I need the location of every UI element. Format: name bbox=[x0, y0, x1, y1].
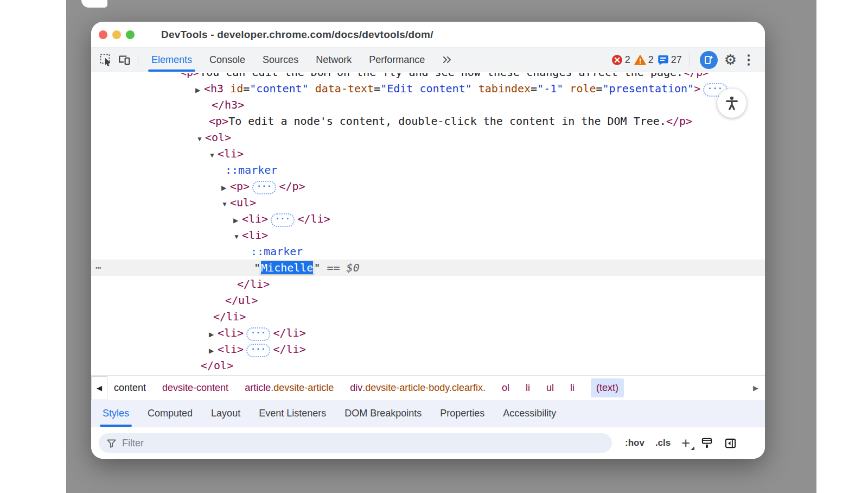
dom-tree-row[interactable]: ▼<li> bbox=[91, 227, 765, 243]
expand-arrow-icon[interactable]: ▼ bbox=[196, 131, 205, 147]
expand-arrow-icon[interactable]: ▶ bbox=[195, 82, 204, 98]
tab-layout[interactable]: Layout bbox=[202, 400, 250, 427]
tab-performance[interactable]: Performance bbox=[360, 48, 433, 72]
crumb-tag: content bbox=[114, 382, 146, 394]
element-classes-button[interactable]: .cls bbox=[655, 438, 671, 448]
inline-text-editor[interactable]: Michelle bbox=[260, 261, 314, 274]
breadcrumb-item[interactable]: ul bbox=[546, 382, 554, 394]
tab-styles[interactable]: Styles bbox=[93, 400, 138, 427]
expand-arrow-icon[interactable]: ▶ bbox=[209, 326, 218, 343]
code-segment: data-text bbox=[309, 82, 374, 95]
background-window-corner bbox=[81, 0, 107, 8]
expand-arrow-icon[interactable]: ▶ bbox=[233, 212, 242, 229]
toggle-element-state-button[interactable]: :hov bbox=[625, 438, 644, 448]
error-badge[interactable]: 2 bbox=[611, 54, 630, 66]
crumb-tag: li bbox=[570, 382, 575, 394]
code-segment: </li> bbox=[213, 310, 246, 323]
row-menu-dots-icon[interactable]: ⋯ bbox=[95, 260, 101, 276]
dom-tree-row[interactable]: ⋯"Michelle" == $0 bbox=[91, 260, 765, 276]
dom-tree-row[interactable]: <p>To edit a node's content, double-clic… bbox=[91, 113, 765, 129]
close-window-button[interactable] bbox=[99, 30, 107, 39]
warning-badge[interactable]: 2 bbox=[634, 54, 654, 66]
dom-tree-row[interactable]: ::marker bbox=[91, 243, 765, 260]
breadcrumb-item[interactable]: (text) bbox=[591, 378, 624, 397]
inline-expand-button[interactable]: ··· bbox=[246, 344, 270, 357]
filter-input[interactable]: Filter bbox=[99, 433, 612, 453]
dom-tree-row[interactable]: </ul> bbox=[91, 292, 765, 308]
tab-properties[interactable]: Properties bbox=[431, 400, 494, 427]
expand-arrow-icon[interactable]: ▶ bbox=[209, 343, 218, 359]
code-segment: <li> bbox=[218, 147, 244, 160]
tab-elements[interactable]: Elements bbox=[143, 48, 201, 72]
more-tabs-icon[interactable] bbox=[438, 50, 456, 69]
zoom-window-button[interactable] bbox=[126, 30, 135, 39]
breadcrumb-item[interactable]: div.devsite-article-body.clearfix. bbox=[350, 382, 486, 394]
code-segment: <li> bbox=[218, 326, 244, 339]
dom-tree[interactable]: <p>You can edit the DOM on the fly and s… bbox=[91, 73, 765, 375]
dom-tree-row[interactable]: ▼<li> bbox=[91, 146, 765, 162]
more-options-icon[interactable]: ⋮ bbox=[742, 53, 755, 66]
tab-console[interactable]: Console bbox=[201, 48, 254, 72]
issue-count: 27 bbox=[671, 54, 682, 66]
warning-count: 2 bbox=[648, 54, 654, 66]
tab-computed[interactable]: Computed bbox=[138, 400, 202, 427]
inline-expand-button[interactable]: ··· bbox=[252, 181, 276, 194]
dom-tree-row[interactable]: </li> bbox=[91, 308, 765, 325]
dom-tree-row[interactable]: ::marker bbox=[91, 162, 765, 178]
code-segment: <ul> bbox=[230, 196, 256, 209]
expand-arrow-icon[interactable]: ▶ bbox=[221, 180, 230, 196]
inspect-element-icon[interactable] bbox=[97, 50, 115, 69]
expand-arrow-icon[interactable]: ▼ bbox=[233, 229, 242, 245]
crumb-classes: .devsite-article bbox=[271, 382, 334, 394]
breadcrumb-item[interactable]: li bbox=[526, 382, 530, 394]
tab-sources[interactable]: Sources bbox=[254, 48, 307, 72]
tab-network[interactable]: Network bbox=[307, 48, 360, 72]
breadcrumb-item[interactable]: li bbox=[570, 382, 575, 394]
device-ai-assist-icon[interactable] bbox=[700, 51, 718, 69]
inline-expand-button[interactable]: ··· bbox=[271, 213, 295, 227]
toolbar-divider bbox=[690, 53, 690, 67]
dom-tree-row[interactable]: ▼<ul> bbox=[91, 194, 765, 211]
code-segment: You can edit the DOM on the fly and see … bbox=[200, 73, 683, 79]
dom-tree-row[interactable]: ▶<li>···</li> bbox=[91, 211, 765, 227]
inline-expand-button[interactable]: ··· bbox=[246, 327, 270, 341]
code-segment: <li> bbox=[242, 229, 268, 242]
dom-tree-row[interactable]: ▼<ol> bbox=[91, 129, 765, 146]
dom-tree-row[interactable]: ▶<li>···</li> bbox=[91, 325, 765, 341]
dom-tree-row[interactable]: </h3> bbox=[91, 97, 765, 113]
new-style-rule-button[interactable]: + bbox=[681, 436, 690, 451]
breadcrumb-item[interactable]: article.devsite-article bbox=[245, 382, 334, 394]
breadcrumb-item[interactable]: devsite-content bbox=[162, 382, 228, 394]
tab-event-listeners[interactable]: Event Listeners bbox=[250, 400, 335, 427]
issues-badge[interactable]: 27 bbox=[658, 54, 682, 66]
code-segment: id bbox=[224, 82, 243, 95]
code-segment: " bbox=[254, 261, 260, 274]
dom-tree-row[interactable]: ▶<li>···</li> bbox=[91, 341, 765, 357]
expand-arrow-icon[interactable]: ▼ bbox=[209, 147, 218, 163]
breadcrumb-scroll-right-button[interactable]: ▶ bbox=[753, 384, 765, 392]
toggle-sidebar-icon[interactable] bbox=[724, 437, 737, 450]
breadcrumb-item[interactable]: content bbox=[114, 382, 146, 394]
dom-tree-row[interactable]: ▶<p>···</p> bbox=[91, 178, 765, 194]
dom-tree-row[interactable]: </li> bbox=[91, 276, 765, 292]
crumb-tag: devsite-content bbox=[162, 382, 228, 394]
styles-pane-controls: :hov .cls + bbox=[625, 436, 737, 451]
rendering-emulations-icon[interactable] bbox=[701, 437, 713, 450]
expand-arrow-icon[interactable]: ▼ bbox=[221, 196, 230, 212]
breadcrumb-item[interactable]: ol bbox=[502, 382, 509, 394]
settings-gear-icon[interactable]: ⚙ bbox=[724, 53, 737, 67]
code-segment: = bbox=[243, 82, 250, 95]
code-segment: </li> bbox=[273, 343, 305, 356]
dom-tree-row[interactable]: <p>You can edit the DOM on the fly and s… bbox=[91, 73, 765, 80]
breadcrumb-scroll-left-button[interactable]: ◀ bbox=[91, 376, 107, 400]
tab-accessibility[interactable]: Accessibility bbox=[494, 400, 565, 427]
dom-tree-row[interactable]: ▶<h3 id="content" data-text="Edit conten… bbox=[91, 80, 765, 97]
minimize-window-button[interactable] bbox=[112, 30, 121, 39]
code-segment: "-1" bbox=[537, 82, 563, 95]
title-bar: DevTools - developer.chrome.com/docs/dev… bbox=[91, 22, 765, 48]
toggle-device-toolbar-icon[interactable] bbox=[115, 50, 133, 69]
code-segment: role bbox=[563, 82, 596, 95]
accessibility-overlay-button[interactable] bbox=[717, 89, 746, 118]
tab-dom-breakpoints[interactable]: DOM Breakpoints bbox=[335, 400, 431, 427]
dom-tree-row[interactable]: </ol> bbox=[91, 357, 765, 374]
